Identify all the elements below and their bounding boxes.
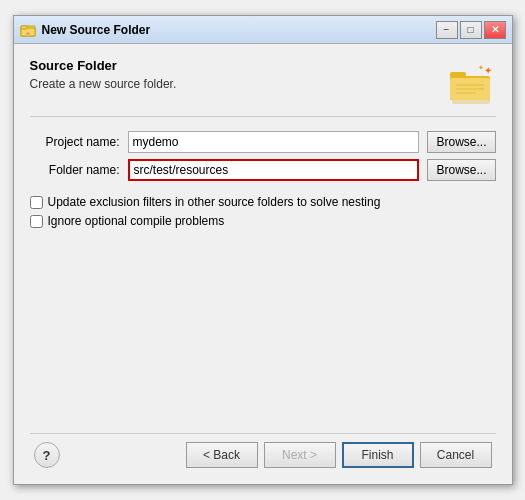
checkbox-section: Update exclusion filters in other source… <box>30 195 496 228</box>
window-icon: + <box>20 22 36 38</box>
folder-label: Folder name: <box>30 163 120 177</box>
svg-text:+: + <box>26 30 30 36</box>
dialog-content: Source Folder Create a new source folder… <box>14 44 512 484</box>
checkbox-row-2: Ignore optional compile problems <box>30 214 496 228</box>
svg-text:✦: ✦ <box>478 64 484 71</box>
svg-rect-6 <box>450 72 466 78</box>
exclusion-filters-label: Update exclusion filters in other source… <box>48 195 381 209</box>
ignore-compile-label: Ignore optional compile problems <box>48 214 225 228</box>
header-text: Source Folder Create a new source folder… <box>30 58 448 91</box>
spacer <box>30 228 496 433</box>
cancel-button[interactable]: Cancel <box>420 442 492 468</box>
minimize-button[interactable]: − <box>436 21 458 39</box>
header-section: Source Folder Create a new source folder… <box>30 58 496 117</box>
project-label: Project name: <box>30 135 120 149</box>
finish-button[interactable]: Finish <box>342 442 414 468</box>
checkbox-row-1: Update exclusion filters in other source… <box>30 195 496 209</box>
svg-rect-2 <box>21 26 27 29</box>
back-button[interactable]: < Back <box>186 442 258 468</box>
next-button[interactable]: Next > <box>264 442 336 468</box>
folder-row: Folder name: Browse... <box>30 159 496 181</box>
folder-browse-button[interactable]: Browse... <box>427 159 495 181</box>
maximize-button[interactable]: □ <box>460 21 482 39</box>
button-bar: ? < Back Next > Finish Cancel <box>30 433 496 474</box>
svg-text:✦: ✦ <box>484 65 492 76</box>
close-button[interactable]: ✕ <box>484 21 506 39</box>
project-input[interactable] <box>128 131 420 153</box>
folder-large-icon: ✦ ✦ <box>448 58 496 106</box>
header-title: Source Folder <box>30 58 448 73</box>
project-row: Project name: Browse... <box>30 131 496 153</box>
exclusion-filters-checkbox[interactable] <box>30 196 43 209</box>
folder-input[interactable] <box>128 159 420 181</box>
help-button[interactable]: ? <box>34 442 60 468</box>
project-browse-button[interactable]: Browse... <box>427 131 495 153</box>
ignore-compile-checkbox[interactable] <box>30 215 43 228</box>
header-subtitle: Create a new source folder. <box>30 77 448 91</box>
window-title: New Source Folder <box>42 23 436 37</box>
dialog-window: + New Source Folder − □ ✕ Source Folder … <box>13 15 513 485</box>
title-bar: + New Source Folder − □ ✕ <box>14 16 512 44</box>
form-section: Project name: Browse... Folder name: Bro… <box>30 131 496 181</box>
title-bar-buttons: − □ ✕ <box>436 21 506 39</box>
